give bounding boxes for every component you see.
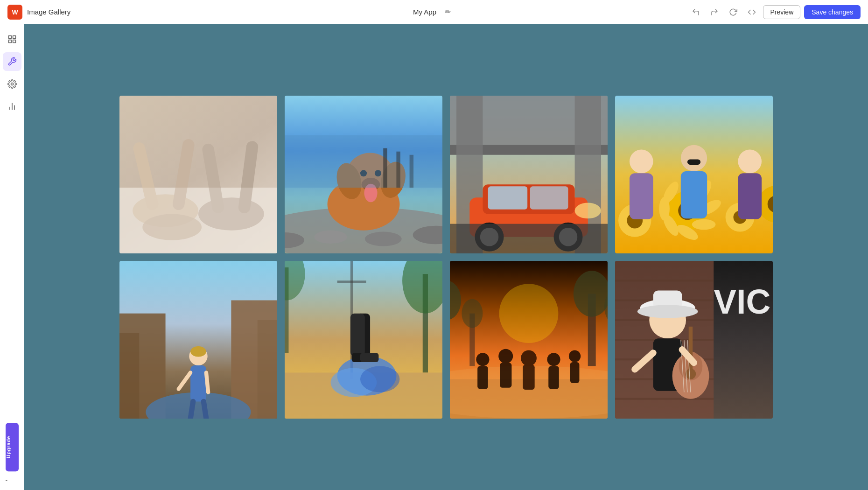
- svg-point-73: [738, 149, 762, 173]
- svg-rect-51: [450, 224, 608, 253]
- header-right: Preview Save changes: [688, 5, 861, 20]
- svg-line-84: [190, 401, 193, 419]
- sidebar-item-build[interactable]: [3, 52, 21, 71]
- svg-line-85: [203, 401, 206, 419]
- svg-point-121: [547, 353, 560, 366]
- gallery-item-2[interactable]: [285, 96, 442, 253]
- svg-rect-81: [190, 365, 206, 401]
- gallery-item-8[interactable]: VICE: [615, 261, 773, 419]
- svg-point-144: [686, 369, 696, 379]
- svg-rect-34: [383, 148, 387, 188]
- svg-point-115: [476, 353, 489, 366]
- svg-rect-74: [738, 173, 762, 219]
- svg-point-86: [190, 346, 206, 357]
- app-logo: W: [7, 5, 22, 20]
- svg-rect-88: [258, 320, 277, 419]
- svg-point-4: [11, 83, 13, 85]
- header-center: My App ✏: [413, 5, 455, 20]
- body: Upgrade ~: [0, 24, 868, 490]
- sidebar: Upgrade ~: [0, 24, 24, 490]
- gallery-item-7[interactable]: [450, 261, 608, 419]
- code-button[interactable]: [744, 5, 759, 20]
- svg-rect-33: [285, 135, 442, 188]
- svg-rect-116: [477, 366, 488, 389]
- upgrade-button[interactable]: Upgrade: [6, 423, 19, 471]
- svg-point-69: [630, 149, 653, 173]
- svg-rect-0: [8, 36, 11, 39]
- svg-rect-36: [410, 155, 413, 188]
- svg-rect-2: [13, 40, 15, 43]
- gallery-item-6[interactable]: [285, 261, 442, 419]
- svg-rect-72: [681, 171, 707, 218]
- svg-point-125: [499, 284, 559, 343]
- svg-rect-44: [488, 186, 528, 209]
- header-left: W Image Gallery: [7, 5, 70, 20]
- svg-point-117: [498, 349, 513, 364]
- page-title: My App: [413, 8, 436, 16]
- preview-button[interactable]: Preview: [763, 5, 800, 19]
- wix-logo: ~: [4, 475, 21, 484]
- svg-point-123: [569, 350, 581, 362]
- svg-point-108: [462, 299, 483, 328]
- svg-rect-87: [119, 333, 139, 419]
- svg-text:VICE: VICE: [714, 283, 773, 321]
- svg-rect-75: [687, 160, 700, 165]
- main-canvas: VICE: [24, 24, 868, 490]
- svg-rect-124: [570, 362, 580, 383]
- svg-rect-45: [530, 186, 568, 209]
- sidebar-item-analytics[interactable]: [3, 97, 21, 116]
- gallery-item-5[interactable]: [119, 261, 277, 419]
- svg-point-23: [365, 232, 402, 246]
- svg-rect-103: [360, 353, 378, 362]
- edit-title-button[interactable]: ✏: [440, 5, 455, 20]
- gallery-grid: VICE: [119, 96, 773, 419]
- gallery-item-4[interactable]: [615, 96, 773, 253]
- svg-rect-18: [119, 188, 277, 253]
- sidebar-item-dashboard[interactable]: [3, 30, 21, 49]
- svg-rect-70: [630, 173, 653, 219]
- sidebar-bottom: Upgrade ~: [4, 423, 21, 484]
- undo-button[interactable]: [688, 5, 703, 20]
- history-button[interactable]: [726, 5, 741, 20]
- svg-line-83: [206, 372, 208, 392]
- svg-rect-98: [350, 314, 365, 357]
- svg-point-101: [360, 366, 400, 392]
- svg-point-139: [637, 305, 698, 318]
- gallery-item-1[interactable]: [119, 96, 277, 253]
- svg-point-22: [314, 231, 347, 244]
- svg-rect-35: [396, 152, 400, 188]
- svg-text:~: ~: [5, 478, 7, 483]
- svg-rect-95: [337, 280, 366, 283]
- redo-button[interactable]: [707, 5, 722, 20]
- svg-point-64: [692, 219, 716, 230]
- svg-point-71: [681, 145, 707, 171]
- svg-rect-120: [523, 365, 534, 390]
- svg-rect-3: [8, 40, 11, 43]
- svg-rect-1: [13, 36, 15, 39]
- svg-point-119: [521, 350, 537, 366]
- svg-rect-118: [500, 363, 511, 388]
- svg-rect-122: [548, 366, 559, 389]
- gallery-item-3[interactable]: [450, 96, 608, 253]
- header: W Image Gallery My App ✏: [0, 0, 868, 24]
- sidebar-item-settings[interactable]: [3, 75, 21, 93]
- svg-point-50: [575, 203, 601, 219]
- app-name-label: Image Gallery: [27, 8, 70, 16]
- save-changes-button[interactable]: Save changes: [804, 5, 861, 19]
